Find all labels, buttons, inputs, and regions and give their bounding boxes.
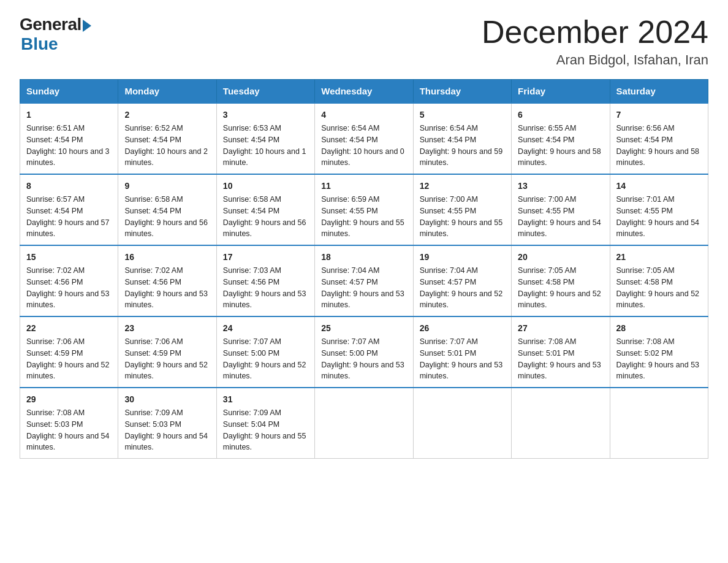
calendar-cell: 29Sunrise: 7:08 AMSunset: 5:03 PMDayligh…	[20, 388, 118, 459]
day-number: 6	[518, 109, 603, 121]
sunrise-line: Sunrise: 7:03 AM	[223, 266, 281, 275]
calendar-cell: 16Sunrise: 7:02 AMSunset: 4:56 PMDayligh…	[118, 245, 216, 316]
day-number: 22	[26, 322, 112, 335]
calendar-cell: 5Sunrise: 6:54 AMSunset: 4:54 PMDaylight…	[413, 103, 511, 174]
sunrise-line: Sunrise: 6:54 AM	[420, 124, 478, 132]
sunset-line: Sunset: 4:59 PM	[26, 349, 83, 358]
calendar-week-4: 22Sunrise: 7:06 AMSunset: 4:59 PMDayligh…	[20, 316, 708, 388]
sunrise-line: Sunrise: 7:01 AM	[616, 195, 675, 204]
logo-blue-text: Blue	[21, 34, 58, 54]
sunset-line: Sunset: 5:02 PM	[616, 349, 673, 358]
daylight-line: Daylight: 10 hours and 2 minutes.	[124, 147, 208, 167]
daylight-line: Daylight: 9 hours and 52 minutes.	[124, 361, 208, 381]
daylight-line: Daylight: 10 hours and 0 minutes.	[321, 147, 404, 167]
daylight-line: Daylight: 9 hours and 57 minutes.	[26, 218, 110, 239]
calendar-cell: 12Sunrise: 7:00 AMSunset: 4:55 PMDayligh…	[413, 174, 511, 245]
daylight-line: Daylight: 9 hours and 54 minutes.	[518, 218, 601, 239]
daylight-line: Daylight: 9 hours and 55 minutes.	[321, 218, 404, 239]
calendar-cell: 13Sunrise: 7:00 AMSunset: 4:55 PMDayligh…	[512, 174, 610, 245]
calendar-cell: 8Sunrise: 6:57 AMSunset: 4:54 PMDaylight…	[20, 174, 118, 245]
sunrise-line: Sunrise: 7:07 AM	[420, 337, 478, 346]
calendar-cell: 28Sunrise: 7:08 AMSunset: 5:02 PMDayligh…	[610, 316, 708, 388]
day-number: 12	[420, 180, 505, 193]
sunset-line: Sunset: 5:00 PM	[321, 349, 377, 358]
day-number: 16	[124, 251, 210, 264]
sunrise-line: Sunrise: 7:00 AM	[518, 195, 576, 204]
day-number: 23	[124, 322, 210, 335]
daylight-line: Daylight: 9 hours and 54 minutes.	[124, 432, 208, 452]
day-number: 15	[26, 251, 112, 264]
calendar-cell: 6Sunrise: 6:55 AMSunset: 4:54 PMDaylight…	[512, 103, 610, 174]
day-number: 29	[26, 393, 112, 406]
sunrise-line: Sunrise: 6:59 AM	[321, 195, 379, 204]
sunset-line: Sunset: 4:56 PM	[26, 278, 83, 286]
sunrise-line: Sunrise: 7:05 AM	[616, 266, 675, 275]
day-number: 5	[420, 109, 505, 121]
weekday-header-saturday: Saturday	[610, 80, 708, 104]
sunset-line: Sunset: 5:01 PM	[420, 349, 476, 358]
calendar-cell: 7Sunrise: 6:56 AMSunset: 4:54 PMDaylight…	[610, 103, 708, 174]
sunrise-line: Sunrise: 7:07 AM	[223, 337, 281, 346]
day-number: 2	[124, 109, 210, 121]
calendar-cell: 3Sunrise: 6:53 AMSunset: 4:54 PMDaylight…	[216, 103, 314, 174]
sunrise-line: Sunrise: 6:58 AM	[124, 195, 183, 204]
sunset-line: Sunset: 4:54 PM	[518, 136, 574, 144]
sunset-line: Sunset: 5:01 PM	[518, 349, 574, 358]
day-number: 11	[321, 180, 406, 193]
calendar-cell: 18Sunrise: 7:04 AMSunset: 4:57 PMDayligh…	[315, 245, 413, 316]
sunset-line: Sunset: 4:56 PM	[223, 278, 279, 286]
logo: General Blue	[20, 15, 91, 54]
sunrise-line: Sunrise: 7:02 AM	[124, 266, 183, 275]
calendar-week-1: 1Sunrise: 6:51 AMSunset: 4:54 PMDaylight…	[20, 103, 708, 174]
daylight-line: Daylight: 9 hours and 59 minutes.	[420, 147, 503, 167]
daylight-line: Daylight: 9 hours and 52 minutes.	[518, 289, 601, 310]
sunrise-line: Sunrise: 7:00 AM	[420, 195, 478, 204]
sunrise-line: Sunrise: 7:09 AM	[124, 408, 183, 417]
day-number: 1	[26, 109, 112, 121]
day-number: 13	[518, 180, 603, 193]
sunrise-line: Sunrise: 7:09 AM	[223, 408, 281, 417]
sunset-line: Sunset: 4:55 PM	[321, 207, 377, 215]
daylight-line: Daylight: 9 hours and 55 minutes.	[223, 432, 306, 452]
daylight-line: Daylight: 9 hours and 54 minutes.	[26, 432, 110, 452]
daylight-line: Daylight: 10 hours and 3 minutes.	[26, 147, 110, 167]
title-block: December 2024 Aran Bidgol, Isfahan, Iran	[482, 15, 708, 68]
calendar-cell: 4Sunrise: 6:54 AMSunset: 4:54 PMDaylight…	[315, 103, 413, 174]
day-number: 14	[616, 180, 702, 193]
day-number: 28	[616, 322, 702, 335]
sunrise-line: Sunrise: 6:52 AM	[124, 124, 183, 132]
calendar-cell: 31Sunrise: 7:09 AMSunset: 5:04 PMDayligh…	[216, 388, 314, 459]
sunrise-line: Sunrise: 7:04 AM	[420, 266, 478, 275]
sunset-line: Sunset: 4:57 PM	[420, 278, 476, 286]
sunrise-line: Sunrise: 6:57 AM	[26, 195, 85, 204]
sunset-line: Sunset: 5:00 PM	[223, 349, 279, 358]
calendar-cell: 30Sunrise: 7:09 AMSunset: 5:03 PMDayligh…	[118, 388, 216, 459]
sunset-line: Sunset: 4:54 PM	[321, 136, 377, 144]
sunset-line: Sunset: 4:55 PM	[616, 207, 673, 215]
sunset-line: Sunset: 5:04 PM	[223, 420, 279, 429]
weekday-header-tuesday: Tuesday	[216, 80, 314, 104]
sunset-line: Sunset: 4:54 PM	[124, 207, 181, 215]
daylight-line: Daylight: 9 hours and 53 minutes.	[321, 289, 404, 310]
calendar-cell	[413, 388, 511, 459]
sunrise-line: Sunrise: 7:02 AM	[26, 266, 85, 275]
calendar-week-5: 29Sunrise: 7:08 AMSunset: 5:03 PMDayligh…	[20, 388, 708, 459]
sunrise-line: Sunrise: 6:53 AM	[223, 124, 281, 132]
daylight-line: Daylight: 9 hours and 53 minutes.	[518, 361, 601, 381]
daylight-line: Daylight: 9 hours and 54 minutes.	[616, 218, 700, 239]
logo-general-text: General	[20, 15, 82, 34]
sunrise-line: Sunrise: 6:55 AM	[518, 124, 576, 132]
daylight-line: Daylight: 9 hours and 52 minutes.	[420, 289, 503, 310]
weekday-header-thursday: Thursday	[413, 80, 511, 104]
sunset-line: Sunset: 4:54 PM	[223, 207, 279, 215]
day-number: 3	[223, 109, 308, 121]
daylight-line: Daylight: 10 hours and 1 minute.	[223, 147, 306, 167]
calendar-week-2: 8Sunrise: 6:57 AMSunset: 4:54 PMDaylight…	[20, 174, 708, 245]
calendar-cell: 27Sunrise: 7:08 AMSunset: 5:01 PMDayligh…	[512, 316, 610, 388]
sunset-line: Sunset: 4:54 PM	[420, 136, 476, 144]
calendar-cell: 2Sunrise: 6:52 AMSunset: 4:54 PMDaylight…	[118, 103, 216, 174]
daylight-line: Daylight: 9 hours and 52 minutes.	[616, 289, 700, 310]
sunset-line: Sunset: 4:55 PM	[420, 207, 476, 215]
calendar-cell	[512, 388, 610, 459]
calendar-cell: 22Sunrise: 7:06 AMSunset: 4:59 PMDayligh…	[20, 316, 118, 388]
